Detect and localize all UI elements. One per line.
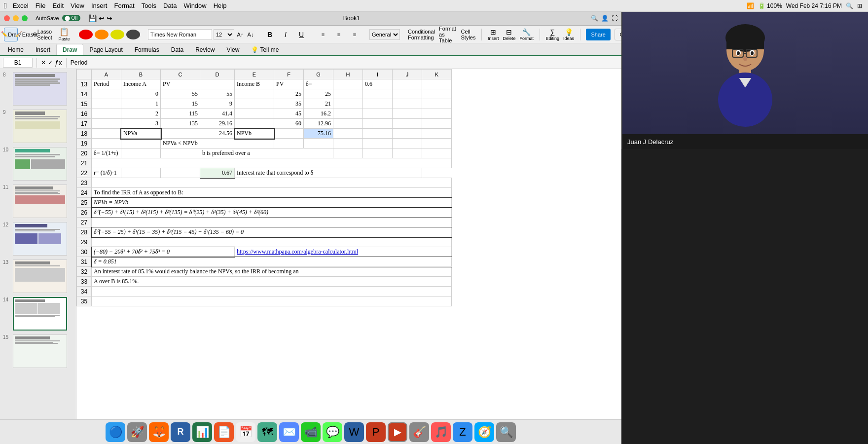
cell-d18[interactable]: 24.56 <box>200 129 235 139</box>
cell-e22[interactable]: Interest rate that correspond to δ <box>235 168 422 178</box>
cell-k18[interactable] <box>422 129 452 139</box>
dock-music[interactable]: 🎵 <box>431 422 451 442</box>
dock-mail[interactable]: ✉️ <box>279 422 299 442</box>
align-left-button[interactable]: ≡ <box>316 28 330 41</box>
cell-j15[interactable] <box>393 99 422 109</box>
col-header-f[interactable]: F <box>274 70 304 79</box>
cell-c20[interactable] <box>161 148 200 158</box>
tab-home[interactable]: Home <box>2 44 30 55</box>
cell-h19[interactable] <box>333 139 363 148</box>
cell-h14[interactable] <box>333 89 363 99</box>
redo-icon[interactable]: ↪ <box>107 14 112 22</box>
cell-a17[interactable] <box>92 119 121 129</box>
cell-k16[interactable] <box>422 109 452 119</box>
cell-i15[interactable] <box>363 99 393 109</box>
cell-j14[interactable] <box>393 89 422 99</box>
conditional-format-label[interactable]: Conditional Formatting <box>408 29 435 40</box>
slide-thumb-8[interactable]: 8 <box>2 71 74 107</box>
cell-e30[interactable]: https://www.mathpapa.com/algebra-calcula… <box>235 247 452 257</box>
cell-i17[interactable] <box>363 119 393 129</box>
dock-r[interactable]: R <box>171 422 190 442</box>
align-center-button[interactable]: ≡ <box>332 28 346 41</box>
resize-icon[interactable]: ⛶ <box>612 15 617 22</box>
cell-b18[interactable]: NPVa <box>121 129 161 139</box>
dock-messages[interactable]: 💬 <box>323 422 342 442</box>
cell-c17[interactable]: 135 <box>161 119 200 129</box>
cell-c22[interactable] <box>161 168 200 178</box>
minimize-button[interactable] <box>13 15 19 21</box>
menu-data[interactable]: Data <box>163 2 177 9</box>
dock-finder[interactable]: 🔵 <box>106 422 125 442</box>
cell-a18[interactable] <box>92 129 121 139</box>
cell-reference-input[interactable] <box>3 58 33 68</box>
cell-b14[interactable]: 0 <box>121 89 161 99</box>
col-header-k[interactable]: K <box>422 70 452 79</box>
cell-a25[interactable]: NPVa = NPVb <box>92 198 452 208</box>
cell-b13[interactable]: Income A <box>121 79 161 89</box>
cell-e18[interactable]: NPVb <box>235 129 274 139</box>
cell-e17[interactable] <box>235 119 274 129</box>
cell-c19[interactable]: NPVa < NPVb <box>161 139 274 148</box>
cell-h16[interactable] <box>333 109 363 119</box>
cell-d16[interactable]: 41.4 <box>200 109 235 119</box>
col-header-h[interactable]: H <box>333 70 363 79</box>
menu-view[interactable]: View <box>71 2 84 9</box>
col-header-d[interactable]: D <box>200 70 235 79</box>
cell-d14[interactable]: -55 <box>200 89 235 99</box>
cell-a19[interactable] <box>92 139 121 148</box>
menu-help[interactable]: Help <box>214 2 227 9</box>
delete-group[interactable]: ⊟ Delete <box>503 28 515 41</box>
col-header-c[interactable]: C <box>161 70 200 79</box>
cell-a14[interactable] <box>92 89 121 99</box>
font-decrease-button[interactable]: A↓ <box>246 30 255 39</box>
pen-color-red[interactable] <box>79 30 93 39</box>
insert-group[interactable]: ⊞ Insert <box>488 28 499 41</box>
pen-color-orange[interactable] <box>95 30 108 39</box>
slide-thumb-12[interactable]: 12 <box>2 221 74 257</box>
cell-j17[interactable] <box>393 119 422 129</box>
align-right-button[interactable]: ≡ <box>348 28 362 41</box>
slide-thumb-13[interactable]: 13 <box>2 259 74 294</box>
menu-insert[interactable]: Insert <box>91 2 108 9</box>
formula-cancel-icon[interactable]: ✕ <box>41 59 46 66</box>
dock-safari[interactable]: 🧭 <box>474 422 494 442</box>
underline-button[interactable]: U <box>294 28 308 41</box>
cell-d22[interactable]: 0.67 <box>200 168 235 178</box>
cell-h18[interactable] <box>333 129 363 139</box>
slide-thumb-10[interactable]: 10 <box>2 146 74 182</box>
save-icon[interactable]: 💾 <box>88 14 97 22</box>
autosave-toggle[interactable]: ⬤ Off <box>62 15 80 21</box>
font-increase-button[interactable]: A↑ <box>236 30 245 39</box>
cell-j16[interactable] <box>393 109 422 119</box>
italic-button[interactable]: I <box>279 28 292 41</box>
formula-expand-icon[interactable]: ƒx <box>55 59 62 67</box>
cell-i13[interactable]: 0.6 <box>363 79 393 89</box>
cell-a15[interactable] <box>92 99 121 109</box>
search-icon[interactable]: 🔍 <box>846 2 853 9</box>
cell-i16[interactable] <box>363 109 393 119</box>
cell-g15[interactable]: 21 <box>304 99 333 109</box>
slide-thumb-14[interactable]: 14 <box>2 296 74 332</box>
menu-format[interactable]: Format <box>114 2 134 9</box>
cell-f17[interactable]: 60 <box>274 119 304 129</box>
cell-d17[interactable]: 29.16 <box>200 119 235 129</box>
cell-h13[interactable] <box>333 79 363 89</box>
paste-button[interactable]: 📋 Paste <box>57 27 71 42</box>
cell-b22[interactable] <box>121 168 161 178</box>
cell-c14[interactable]: -55 <box>161 89 200 99</box>
cell-b15[interactable]: 1 <box>121 99 161 109</box>
cell-f16[interactable]: 45 <box>274 109 304 119</box>
ideas-group[interactable]: 💡 Ideas <box>563 28 574 41</box>
tab-formulas[interactable]: Formulas <box>129 44 165 55</box>
search-toolbar-icon[interactable]: 🔍 <box>591 15 598 22</box>
menu-tools[interactable]: Tools <box>142 2 156 9</box>
pen-color-yellow[interactable] <box>110 30 124 39</box>
cell-g14[interactable]: 25 <box>304 89 333 99</box>
cell-d13[interactable] <box>200 79 235 89</box>
fullscreen-button[interactable] <box>22 15 28 21</box>
cell-g18[interactable]: 75.16 <box>304 129 333 139</box>
pen-color-dark[interactable] <box>126 30 140 39</box>
cell-a20[interactable]: δ= 1/(1+r) <box>92 148 121 158</box>
cell-f13[interactable]: PV <box>274 79 304 89</box>
col-header-j[interactable]: J <box>393 70 422 79</box>
